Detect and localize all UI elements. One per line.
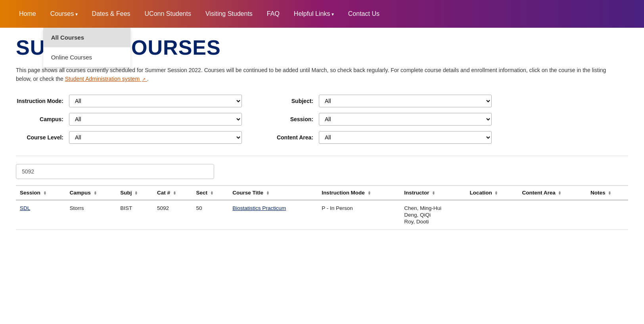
filter-row-instruction-mode: Instruction Mode: All [16,95,242,107]
cell-session: SDL [16,200,66,230]
cell-location [466,200,518,230]
cell-subj: BIST [116,200,153,230]
page-description: This page shows all courses currently sc… [16,66,611,84]
filters-grid: Instruction Mode: All Campus: All Course… [16,95,492,144]
search-bar-wrap [16,156,628,185]
instructor-list: Chen, Ming-HuiDeng, QiQiRoy, Dooti [404,205,462,225]
courses-table: Session ⇕ Campus ⇕ Subj ⇕ Cat # ⇕ Sect [16,185,628,230]
filter-row-content-area: Content Area: All [266,131,492,144]
nav-dates-fees[interactable]: Dates & Fees [85,0,138,28]
sort-icon-sect: ⇕ [210,191,213,195]
filter-select-instruction-mode[interactable]: All [69,95,242,107]
filter-label-instruction-mode: Instruction Mode: [16,98,63,104]
filter-select-course-level[interactable]: All [69,131,242,144]
session-link[interactable]: SDL [20,205,30,211]
filter-label-session: Session: [266,116,313,122]
filter-label-campus: Campus: [16,116,63,122]
filter-row-campus: Campus: All [16,113,242,126]
courses-dropdown-menu: All Courses Online Courses [43,28,130,67]
sort-icon-instructor: ⇕ [432,191,435,195]
filters-right: Subject: All Session: All Content Area: … [266,95,492,144]
nav-helpful-links[interactable]: Helpful Links [287,0,341,28]
table-body: SDLStorrsBIST509250Biostatistics Practic… [16,200,628,230]
cell-content-area [518,200,586,230]
nav-home[interactable]: Home [12,0,43,28]
col-header-notes[interactable]: Notes ⇕ [586,185,628,200]
col-header-instructor[interactable]: Instructor ⇕ [400,185,466,200]
filter-select-session[interactable]: All [319,113,492,126]
table-row: SDLStorrsBIST509250Biostatistics Practic… [16,200,628,230]
dropdown-all-courses[interactable]: All Courses [43,28,130,48]
nav-courses-dropdown: Courses All Courses Online Courses [43,0,85,28]
nav-uconn-students[interactable]: UConn Students [138,0,198,28]
nav-faq[interactable]: FAQ [260,0,287,28]
cell-course-title: Biostatistics Practicum [228,200,318,230]
sort-icon-course-title: ⇕ [266,191,269,195]
filters-left: Instruction Mode: All Campus: All Course… [16,95,242,144]
sort-icon-session: ⇕ [43,191,46,195]
filter-label-content-area: Content Area: [266,134,313,141]
col-header-content-area[interactable]: Content Area ⇕ [518,185,586,200]
filter-label-course-level: Course Level: [16,134,63,141]
col-header-session[interactable]: Session ⇕ [16,185,66,200]
search-input[interactable] [16,164,214,179]
nav-helpful-links-dropdown: Helpful Links [287,0,341,28]
nav-visiting-students[interactable]: Visiting Students [198,0,260,28]
external-link-icon: ↗ [142,77,146,82]
instructor-name: Deng, QiQi [404,212,462,218]
filter-row-session: Session: All [266,113,492,126]
sort-icon-cat-num: ⇕ [173,191,176,195]
sort-icon-content-area: ⇕ [558,191,561,195]
sort-icon-instruction-mode: ⇕ [368,191,371,195]
col-header-subj[interactable]: Subj ⇕ [116,185,153,200]
nav-contact-us[interactable]: Contact Us [341,0,387,28]
table-header: Session ⇕ Campus ⇕ Subj ⇕ Cat # ⇕ Sect [16,185,628,200]
sort-icon-subj: ⇕ [134,191,138,195]
table-header-row: Session ⇕ Campus ⇕ Subj ⇕ Cat # ⇕ Sect [16,185,628,200]
col-header-instruction-mode[interactable]: Instruction Mode ⇕ [318,185,400,200]
sort-icon-notes: ⇕ [608,191,611,195]
filter-select-subject[interactable]: All [319,95,492,107]
col-header-location[interactable]: Location ⇕ [466,185,518,200]
student-admin-link[interactable]: Student Administration system ↗ [65,76,147,82]
filter-row-subject: Subject: All [266,95,492,107]
cell-instructor: Chen, Ming-HuiDeng, QiQiRoy, Dooti [400,200,466,230]
col-header-sect[interactable]: Sect ⇕ [192,185,228,200]
filter-label-subject: Subject: [266,98,313,104]
filter-select-campus[interactable]: All [69,113,242,126]
dropdown-online-courses[interactable]: Online Courses [43,48,130,67]
nav-courses[interactable]: Courses [43,0,85,28]
cell-sect: 50 [192,200,228,230]
course-title-link[interactable]: Biostatistics Practicum [232,205,286,211]
instructor-name: Roy, Dooti [404,219,462,225]
sort-icon-location: ⇕ [494,191,498,195]
cell-notes [586,200,628,230]
main-nav: Home Courses All Courses Online Courses … [0,0,644,28]
cell-cat-num: 5092 [153,200,192,230]
filter-select-content-area[interactable]: All [319,131,492,144]
sort-icon-campus: ⇕ [94,191,97,195]
col-header-campus[interactable]: Campus ⇕ [66,185,117,200]
col-header-cat-num[interactable]: Cat # ⇕ [153,185,192,200]
cell-instruction-mode: P - In Person [318,200,400,230]
cell-campus: Storrs [66,200,117,230]
col-header-course-title[interactable]: Course Title ⇕ [228,185,318,200]
filter-row-course-level: Course Level: All [16,131,242,144]
instructor-name: Chen, Ming-Hui [404,205,462,211]
